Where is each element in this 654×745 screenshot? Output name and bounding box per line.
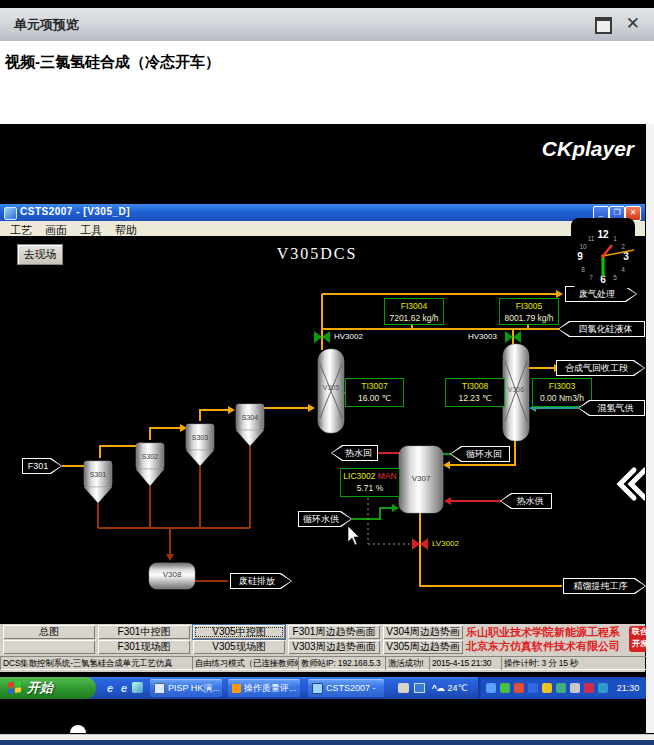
stream-tag-sicl4-liquid[interactable]: 四氯化硅液体 [558, 321, 645, 337]
app-icon [4, 207, 17, 220]
vessel-label-v305: V305 [318, 384, 344, 391]
close-icon[interactable]: ✕ [626, 13, 640, 34]
clock-gadget: 12 3 6 9 1 2 4 5 7 8 10 11 [571, 218, 635, 288]
tray-icon-6[interactable] [556, 683, 566, 693]
vessel-label-s302: S302 [136, 453, 164, 460]
pisp-icon [154, 683, 165, 694]
bottom-strip [0, 740, 654, 745]
vessel-label-v308: V308 [149, 570, 195, 579]
weather-indicator[interactable]: ☁ 24℃ [436, 677, 468, 699]
svg-text:2: 2 [621, 243, 625, 250]
lv3002-label: LV3002 [432, 539, 459, 548]
status-activation: 激活成功! [385, 656, 430, 670]
system-tray: 21:30 [478, 677, 646, 699]
instrument-ti3008: TI3008 12.23 ℃ [445, 378, 505, 407]
chevron-left-icon [620, 470, 645, 498]
status-timer: 操作计时: 3 分 15 秒 [501, 656, 646, 670]
dcs-canvas: 去现场 V305DCS FI3004 7201.62 kg/h FI3005 8… [0, 236, 645, 624]
stream-tag-hydrogen-supply[interactable]: 混氢气供 [578, 400, 645, 416]
stream-tag-hot-water-return[interactable]: 热水回 [331, 445, 378, 461]
svg-text:11: 11 [588, 235, 595, 242]
stream-tag-syngas-recovery[interactable]: 合成气回收工段 [556, 360, 645, 376]
tray-clock: 21:30 [612, 677, 644, 699]
instrument-lic3002[interactable]: LIC3002 MAN 5.71 % [340, 468, 400, 497]
task-pisp[interactable]: PISP HK演... [150, 679, 222, 697]
tray-icon-1[interactable] [486, 683, 496, 693]
windows-taskbar: 开始 e e PISP HK演... 操作质量评... CSTS2007 - [0, 677, 646, 699]
quicklaunch-ie-icon[interactable]: e [104, 682, 116, 694]
vessel-label-v306: V306 [503, 386, 529, 393]
status-mode: 自由练习模式（已连接教师站） [192, 656, 299, 670]
instrument-fi3005: FI3005 8001.79 kg/h [499, 298, 559, 325]
svg-text:10: 10 [579, 243, 587, 250]
stream-tag-waste-gas[interactable]: 废气处理 [565, 286, 637, 302]
dcs-nav-zone: 总图 F301中控图 V305中控图 F301周边趋势画面 V304周边趋势画面… [0, 624, 645, 655]
maximize-icon[interactable] [595, 17, 612, 34]
tray-icon-3[interactable] [514, 683, 524, 693]
modal-body: 视频-三氯氢硅合成（冷态开车） CKplayer CSTS2007 - [V30… [0, 41, 654, 693]
printer-icon[interactable] [398, 683, 409, 693]
quicklaunch-desktop-icon[interactable] [132, 682, 143, 693]
vessel-label-s303: S303 [186, 434, 214, 441]
tray-icon-9[interactable] [598, 683, 608, 693]
nav-v305-control[interactable]: V305中控图 [193, 625, 285, 639]
go-to-field-button[interactable]: 去现场 [17, 244, 63, 265]
right-gutter [646, 124, 654, 733]
tray-icon-4[interactable] [528, 683, 538, 693]
modal-title: 单元项预览 [14, 16, 79, 34]
nav-f301-control[interactable]: F301中控图 [98, 625, 190, 639]
stream-tag-hot-water-supply[interactable]: 热水供 [500, 493, 552, 509]
joint-development-seal: 联合开发 [629, 626, 646, 652]
task-csts2007[interactable]: CSTS2007 - [308, 679, 384, 697]
dcs-statusbar: DCS集散控制系统-三氯氢硅合成单元工艺仿真 自由练习模式（已连接教师站） 教师… [0, 655, 645, 672]
monitor-icon[interactable] [414, 683, 425, 693]
svg-text:8: 8 [581, 266, 585, 273]
video-player[interactable]: CKplayer CSTS2007 - [V305_D] _ ❐ ✕ 工艺 画面… [0, 124, 646, 733]
dcs-window-title: CSTS2007 - [V305_D] [20, 206, 130, 217]
tray-icon-7[interactable] [570, 683, 580, 693]
nav-v305-field[interactable]: V305现场图 [193, 640, 285, 654]
task-evaluation[interactable]: 操作质量评... [228, 679, 300, 697]
nav-overview[interactable]: 总图 [3, 625, 95, 639]
cloud-icon: ☁ [436, 683, 448, 693]
status-datetime: 2015-4-15 21:30 [429, 656, 502, 670]
page-title: 视频-三氯氢硅合成（冷态开车） [5, 53, 220, 72]
stream-tag-feed-f301[interactable]: F301 [22, 458, 62, 474]
modal-titlebar: 单元项预览 ✕ [0, 8, 654, 42]
start-button[interactable]: 开始 [0, 677, 96, 699]
mouse-cursor [348, 526, 359, 545]
vessel-label-v307: V307 [399, 474, 443, 483]
hv3003-label: HV3003 [468, 332, 497, 341]
nav-blank[interactable] [3, 640, 95, 654]
stream-tag-waste-silicon[interactable]: 废硅排放 [230, 573, 292, 589]
tray-icon-2[interactable] [500, 683, 510, 693]
instrument-fi3004: FI3004 7201.62 kg/h [384, 298, 444, 325]
credits-text: 乐山职业技术学院新能源工程系 北京东方仿真软件技术有限公司 [466, 625, 628, 653]
status-teacher-ip: 教师站IP: 192.168.5.3 [298, 656, 386, 670]
ckplayer-logo: CKplayer [542, 137, 634, 161]
diagram-title: V305DCS [262, 245, 372, 263]
stream-tag-circ-water-supply[interactable]: 循环水供 [298, 511, 352, 527]
nav-v304-trend[interactable]: V304周边趋势画面 [383, 625, 463, 639]
csts-icon [312, 683, 323, 694]
nav-f301-field[interactable]: F301现场图 [98, 640, 190, 654]
screenshot-stage: 单元项预览 ✕ 视频-三氯氢硅合成（冷态开车） CKplayer CSTS200… [0, 0, 654, 745]
svg-text:7: 7 [589, 274, 593, 281]
nav-v303-trend[interactable]: V303周边趋势画面 [288, 640, 380, 654]
tray-icon-8[interactable] [584, 683, 594, 693]
clock-face: 12 3 6 9 1 2 4 5 7 8 10 11 [571, 218, 635, 288]
status-system-name: DCS集散控制系统-三氯氢硅合成单元工艺仿真 [0, 656, 193, 670]
nav-v305-trend[interactable]: V305周边趋势画面 [383, 640, 463, 654]
instrument-ti3007: TI3007 16.00 ℃ [345, 378, 404, 407]
nav-f301-trend[interactable]: F301周边趋势画面 [288, 625, 380, 639]
svg-text:1: 1 [613, 235, 617, 242]
player-seek-handle[interactable] [70, 725, 86, 733]
quicklaunch-browser-icon[interactable]: e [118, 682, 130, 694]
tray-icon-5[interactable] [542, 683, 552, 693]
stream-tag-circ-water-return[interactable]: 循环水回 [450, 446, 510, 462]
evaluation-icon [232, 684, 241, 693]
svg-text:4: 4 [621, 266, 625, 273]
dcs-window-titlebar: CSTS2007 - [V305_D] _ ❐ ✕ [0, 204, 645, 221]
stream-tag-distillation[interactable]: 精馏提纯工序 [563, 578, 646, 594]
svg-text:12: 12 [597, 229, 609, 240]
